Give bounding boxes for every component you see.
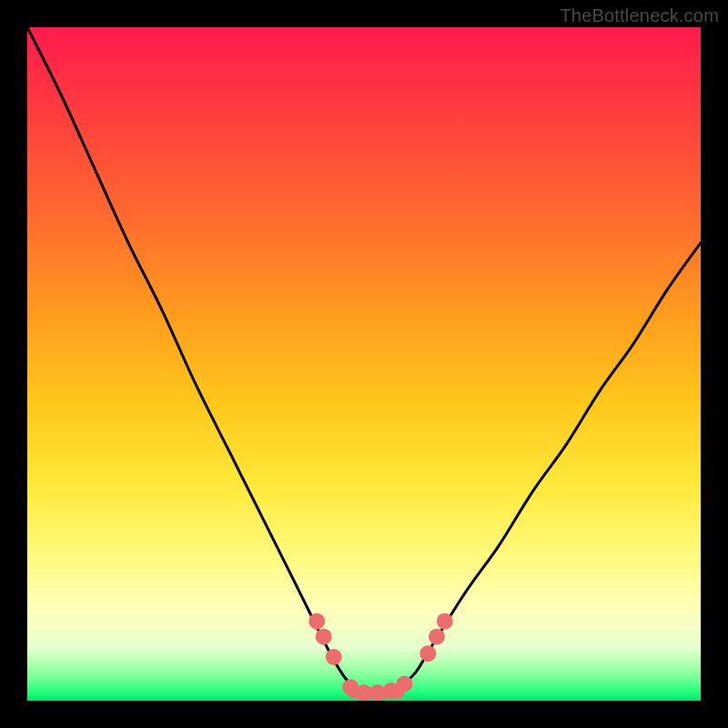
chart-frame: TheBottleneck.com	[0, 0, 728, 728]
highlight-point	[420, 645, 436, 662]
highlight-point	[308, 613, 325, 630]
curve-layer	[27, 27, 701, 701]
highlight-point	[396, 676, 412, 693]
highlight-point	[316, 629, 332, 645]
watermark-text: TheBottleneck.com	[560, 5, 719, 26]
plot-area	[27, 27, 701, 701]
highlight-point	[437, 613, 453, 630]
highlight-point	[429, 629, 445, 645]
highlight-point	[326, 649, 342, 665]
bottleneck-curve	[27, 27, 701, 695]
